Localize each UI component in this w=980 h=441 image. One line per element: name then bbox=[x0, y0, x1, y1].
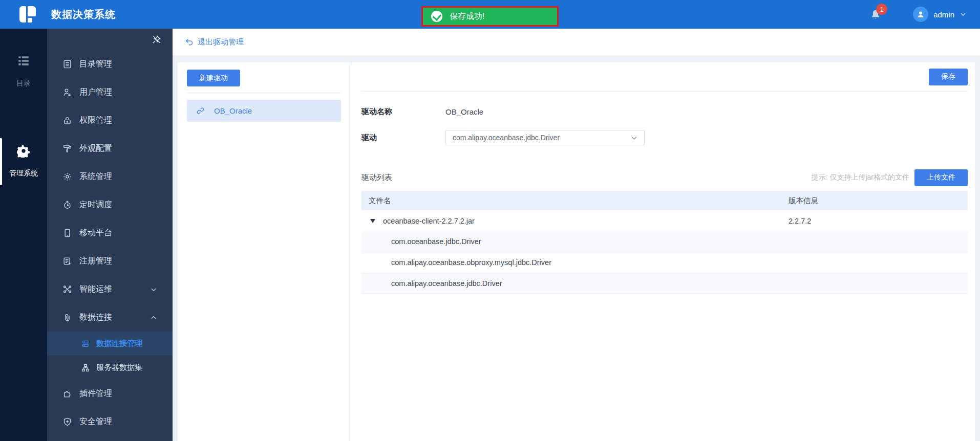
shield-plus-icon bbox=[62, 417, 72, 427]
table-header: 文件名 版本信息 bbox=[361, 191, 968, 210]
expand-caret-icon[interactable] bbox=[370, 219, 375, 223]
puzzle-icon bbox=[62, 389, 72, 399]
driver-class-select[interactable]: com.alipay.oceanbase.jdbc.Driver bbox=[445, 130, 645, 145]
rail-item-manage-system[interactable]: 管理系统 bbox=[0, 144, 47, 178]
driver-list-header-row: 驱动列表 提示: 仅支持上传jar格式的文件 上传文件 bbox=[361, 168, 968, 187]
link-icon bbox=[196, 106, 205, 115]
sidebar-item-label: 移动平台 bbox=[79, 228, 112, 238]
sidebar-item-data-connection-mgmt[interactable]: 数据连接管理 bbox=[47, 332, 173, 356]
driver-list-pane: 新建驱动 OB_Oracle bbox=[178, 62, 351, 441]
table-row[interactable]: com.alipay.oceanbase.obproxy.mysql.jdbc.… bbox=[361, 252, 968, 273]
driver-detail-pane: 保存 驱动名称 OB_Oracle 驱动 com.alipay.oceanbas… bbox=[351, 62, 975, 441]
driver-name-row: 驱动名称 OB_Oracle bbox=[361, 104, 968, 119]
driver-class-name: com.oceanbase.jdbc.Driver bbox=[391, 237, 481, 246]
chevron-down-icon bbox=[150, 286, 157, 293]
driver-list-item-selected[interactable]: OB_Oracle bbox=[187, 100, 341, 122]
driver-class-name: com.alipay.oceanbase.obproxy.mysql.jdbc.… bbox=[391, 258, 551, 267]
server-icon bbox=[81, 339, 90, 348]
left-rail: 目录 管理系统 bbox=[0, 29, 47, 441]
table-row[interactable]: com.oceanbase.jdbc.Driver bbox=[361, 231, 968, 252]
sidebar-item-plugin-mgmt[interactable]: 插件管理 bbox=[47, 380, 173, 408]
sidebar-item-label: 系统管理 bbox=[79, 171, 112, 182]
unpin-icon[interactable] bbox=[152, 35, 161, 45]
check-circle-icon bbox=[431, 11, 442, 22]
sidebar-item-label: 用户管理 bbox=[79, 87, 112, 98]
user-icon bbox=[62, 87, 72, 97]
app-logo bbox=[19, 6, 36, 23]
mobile-icon bbox=[62, 228, 72, 238]
sidebar-item-server-dataset[interactable]: 服务器数据集 bbox=[47, 356, 173, 380]
sidebar-item-label: 注册管理 bbox=[79, 256, 112, 267]
exit-driver-mgmt-link[interactable]: 退出驱动管理 bbox=[185, 37, 244, 47]
chevron-down-icon[interactable] bbox=[960, 11, 967, 18]
breadcrumb-bar: 退出驱动管理 bbox=[173, 29, 980, 55]
driver-list-label: 驱动列表 bbox=[361, 173, 445, 183]
paint-roller-icon bbox=[62, 144, 72, 153]
chevron-down-icon bbox=[630, 134, 638, 142]
sidebar-item-label: 定时调度 bbox=[79, 200, 112, 210]
sidebar-item-registration-mgmt[interactable]: 注册管理 bbox=[47, 247, 173, 275]
app-title: 数据决策系统 bbox=[51, 8, 116, 21]
notification-badge: 1 bbox=[876, 4, 887, 15]
sidebar-item-catalog-mgmt[interactable]: 目录管理 bbox=[47, 50, 173, 78]
back-arrow-icon bbox=[185, 38, 194, 47]
driver-name-value: OB_Oracle bbox=[445, 107, 483, 116]
driver-mgmt-card: 新建驱动 OB_Oracle 保存 驱动名称 OB_Oracle 驱动 com.… bbox=[178, 62, 975, 441]
rail-manage-label: 管理系统 bbox=[9, 169, 38, 178]
upload-hint: 提示: 仅支持上传jar格式的文件 bbox=[812, 173, 909, 182]
file-name: oceanbase-client-2.2.7.2.jar bbox=[383, 217, 475, 225]
column-header-version: 版本信息 bbox=[789, 196, 968, 206]
driver-label: 驱动 bbox=[361, 133, 445, 143]
sidebar-item-user-mgmt[interactable]: 用户管理 bbox=[47, 78, 173, 106]
document-list-icon bbox=[62, 59, 72, 69]
avatar[interactable] bbox=[913, 7, 928, 22]
sitemap-icon bbox=[81, 363, 90, 372]
driver-item-label: OB_Oracle bbox=[214, 106, 252, 115]
save-button[interactable]: 保存 bbox=[929, 69, 968, 85]
notification-bell[interactable]: 1 bbox=[870, 9, 881, 20]
lock-icon bbox=[62, 116, 72, 125]
new-driver-button[interactable]: 新建驱动 bbox=[187, 70, 240, 86]
sidebar-item-mobile-platform[interactable]: 移动平台 bbox=[47, 219, 173, 247]
driver-name-label: 驱动名称 bbox=[361, 107, 445, 117]
sidebar-item-label: 安全管理 bbox=[79, 416, 112, 427]
sidebar-item-permission-mgmt[interactable]: 权限管理 bbox=[47, 106, 173, 135]
user-icon bbox=[916, 10, 925, 19]
sidebar-item-label: 服务器数据集 bbox=[96, 363, 142, 372]
upload-file-button[interactable]: 上传文件 bbox=[914, 169, 968, 186]
sidebar-item-appearance-config[interactable]: 外观配置 bbox=[47, 135, 173, 163]
sidebar-item-system-mgmt[interactable]: 系统管理 bbox=[47, 163, 173, 191]
sidebar-item-label: 外观配置 bbox=[79, 143, 112, 154]
username-label[interactable]: admin bbox=[933, 10, 954, 19]
gear-icon bbox=[62, 172, 72, 182]
table-row[interactable]: com.alipay.oceanbase.jdbc.Driver bbox=[361, 273, 968, 294]
nodes-icon bbox=[62, 284, 72, 294]
rail-item-catalog[interactable]: 目录 bbox=[0, 54, 47, 88]
sidebar-item-label: 目录管理 bbox=[79, 59, 112, 70]
sidebar-item-label: 数据连接 bbox=[79, 312, 112, 323]
sidebar-item-data-connection[interactable]: 数据连接 bbox=[47, 303, 173, 332]
main-content: 退出驱动管理 新建驱动 OB_Oracle 保存 驱动名称 OB_Oracle … bbox=[173, 29, 980, 441]
sidebar-item-schedule[interactable]: 定时调度 bbox=[47, 191, 173, 219]
list-icon bbox=[17, 54, 30, 68]
table-row[interactable]: oceanbase-client-2.2.7.2.jar 2.2.7.2 bbox=[361, 210, 968, 231]
file-version: 2.2.7.2 bbox=[789, 217, 968, 225]
active-indicator bbox=[0, 138, 2, 185]
gear-icon bbox=[17, 144, 30, 158]
rail-catalog-label: 目录 bbox=[16, 79, 31, 88]
toast-container: 保存成功! bbox=[421, 6, 559, 27]
divider bbox=[187, 93, 341, 93]
save-row: 保存 bbox=[361, 62, 968, 92]
selected-driver-class: com.alipay.oceanbase.jdbc.Driver bbox=[453, 134, 630, 142]
document-plus-icon bbox=[62, 256, 72, 266]
sidebar-item-label: 插件管理 bbox=[79, 388, 112, 399]
sidebar-item-label: 数据连接管理 bbox=[96, 339, 142, 348]
timer-icon bbox=[62, 200, 72, 210]
sidebar-item-label: 权限管理 bbox=[79, 115, 112, 126]
success-toast: 保存成功! bbox=[421, 6, 559, 27]
paperclip-icon bbox=[62, 313, 72, 322]
sidebar-item-intelligent-ops[interactable]: 智能运维 bbox=[47, 275, 173, 303]
driver-class-row: 驱动 com.alipay.oceanbase.jdbc.Driver bbox=[361, 130, 968, 145]
sidebar-item-security-mgmt[interactable]: 安全管理 bbox=[47, 408, 173, 436]
driver-class-name: com.alipay.oceanbase.jdbc.Driver bbox=[391, 279, 502, 288]
